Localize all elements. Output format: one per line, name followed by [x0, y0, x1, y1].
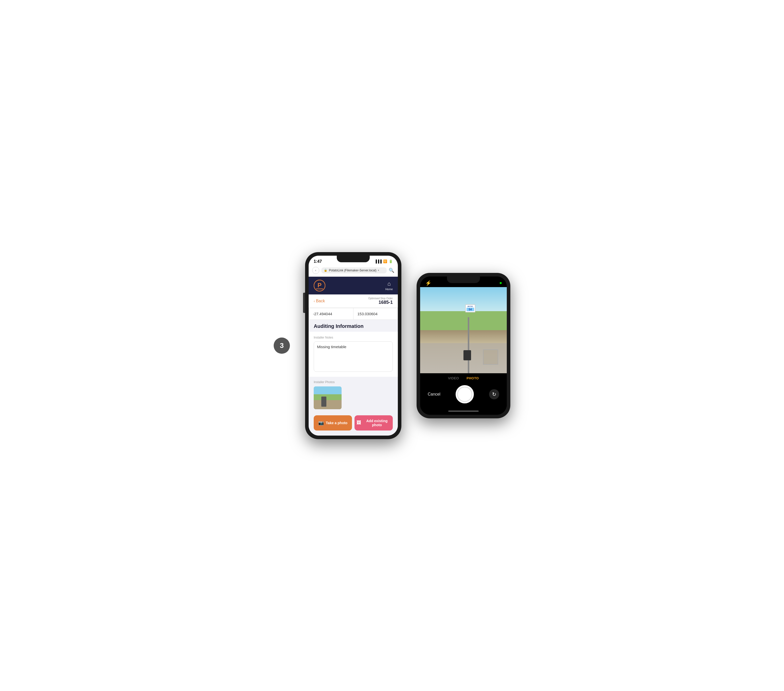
auditing-title: Auditing Information: [314, 323, 393, 329]
trash-can: [463, 350, 471, 360]
metro-sign-label: METRO: [466, 306, 474, 307]
auditing-section-header: Auditing Information: [309, 320, 398, 332]
camera-mode-photo[interactable]: PHOTO: [466, 376, 479, 380]
search-button[interactable]: 🔍: [389, 268, 394, 273]
photo-image: [314, 387, 342, 409]
home-bar: [448, 410, 479, 412]
bus-shelter: [483, 349, 498, 365]
back-button[interactable]: ‹ Back: [314, 299, 325, 303]
camera-mode-video[interactable]: VIDEO: [448, 376, 459, 380]
phone-left: 1:47 ▐▐▐ 🛜 🔋 ‹ 🔒 PotatoLink (Filemaker-S…: [305, 252, 401, 439]
photo-thumbnail[interactable]: [314, 387, 342, 409]
back-label: Back: [316, 299, 325, 303]
back-arrow-icon: ‹: [315, 268, 316, 272]
installer-notes-label: Installer Notes: [314, 336, 393, 339]
camera-cancel-button[interactable]: Cancel: [428, 392, 440, 397]
add-existing-photo-button[interactable]: 🖼 Add existing photo: [354, 415, 393, 431]
svg-text:P: P: [318, 282, 321, 289]
notch-right: [447, 276, 480, 283]
coordinates-row: -27.494044 153.030604: [309, 308, 398, 320]
bus-number: 54: [466, 308, 474, 311]
bus-stop-pole: [468, 317, 469, 373]
url-field[interactable]: 🔒 PotatoLink (Filemaker-Server.local) ▾: [321, 267, 387, 273]
url-chevron-icon: ▾: [378, 269, 379, 271]
browser-back-button[interactable]: ‹: [312, 267, 319, 274]
home-indicator: [420, 408, 507, 415]
screen-right: ⚡ METRO 54 VIDEO PHOTO: [420, 276, 507, 415]
camera-mode-bar: VIDEO PHOTO: [420, 373, 507, 382]
installer-photos-label: Installer Photos: [314, 380, 393, 384]
flash-icon[interactable]: ⚡: [425, 280, 432, 286]
time-display: 1:47: [314, 259, 322, 264]
notch-left: [337, 256, 370, 262]
camera-active-indicator: [500, 282, 502, 284]
action-buttons-row: 📷 Take a photo 🖼 Add existing photo: [309, 412, 398, 436]
back-chevron-icon: ‹: [314, 299, 315, 303]
shutter-inner: [457, 387, 472, 402]
app-logo: P: [314, 280, 325, 291]
order-value: 1685-1: [368, 300, 393, 305]
camera-scene: METRO 54: [420, 287, 507, 373]
battery-icon: 🔋: [389, 260, 393, 263]
add-existing-label: Add existing photo: [363, 419, 391, 427]
lock-icon: 🔒: [324, 268, 328, 272]
shutter-button[interactable]: [456, 385, 474, 403]
side-button: [303, 293, 305, 313]
flip-camera-button[interactable]: ↻: [489, 389, 499, 399]
url-text: PotatoLink (Filemaker-Server.local): [329, 268, 376, 272]
longitude-field[interactable]: 153.030604: [353, 308, 398, 320]
take-photo-label: Take a photo: [326, 421, 348, 425]
take-photo-button[interactable]: 📷 Take a photo: [314, 415, 352, 431]
installer-notes-section: Installer Notes Missing timetable: [309, 332, 398, 377]
order-info: Optimised Stop Order 1685-1: [368, 297, 393, 305]
home-button[interactable]: ⌂ Home: [385, 281, 393, 291]
logo-svg: P: [314, 280, 325, 291]
home-icon: ⌂: [387, 281, 391, 287]
gallery-icon: 🖼: [357, 420, 361, 425]
url-bar: ‹ 🔒 PotatoLink (Filemaker-Server.local) …: [309, 265, 398, 277]
screen-left: 1:47 ▐▐▐ 🛜 🔋 ‹ 🔒 PotatoLink (Filemaker-S…: [309, 256, 398, 436]
camera-icon: 📷: [318, 420, 324, 426]
latitude-field[interactable]: -27.494044: [309, 308, 353, 320]
flip-icon: ↻: [492, 391, 496, 397]
installer-notes-input[interactable]: Missing timetable: [314, 341, 393, 372]
installer-photos-section: Installer Photos: [309, 377, 398, 412]
order-label: Optimised Stop Order: [368, 297, 393, 300]
nav-row: ‹ Back Optimised Stop Order 1685-1: [309, 294, 398, 308]
scene: 3 1:47 ▐▐▐ 🛜 🔋 ‹ 🔒 Potat: [273, 252, 511, 439]
camera-controls-row: Cancel ↻: [420, 382, 507, 408]
metro-sign: METRO 54: [465, 304, 475, 313]
wifi-icon: 🛜: [383, 260, 387, 263]
step-badge: 3: [273, 337, 290, 354]
app-header: P ⌂ Home: [309, 277, 398, 294]
phone-right: ⚡ METRO 54 VIDEO PHOTO: [417, 273, 511, 418]
status-icons: ▐▐▐ 🛜 🔋: [374, 260, 393, 263]
home-label: Home: [385, 288, 393, 291]
camera-viewfinder: METRO 54: [420, 287, 507, 373]
signal-icon: ▐▐▐: [374, 260, 382, 263]
